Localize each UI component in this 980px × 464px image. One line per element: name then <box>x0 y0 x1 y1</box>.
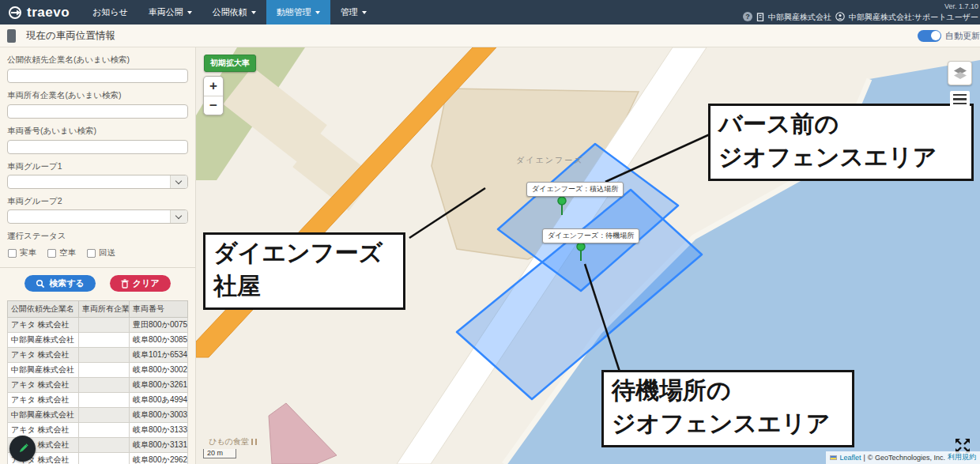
table-row[interactable]: 中部興産株式会社岐阜800か3003 <box>8 408 188 423</box>
table-cell[interactable]: 岐阜800か3133 <box>130 423 188 438</box>
status-option-loaded[interactable]: 実車 <box>7 247 36 258</box>
table-row[interactable]: 中部興産株式会社岐阜800か3002 <box>8 363 188 378</box>
request-company-input[interactable] <box>7 69 188 83</box>
table-cell[interactable]: 岐阜101か6534 <box>130 348 188 363</box>
table-cell[interactable]: アキタ 株式会社 <box>8 393 79 408</box>
status-options: 実車 空車 回送 <box>7 247 188 258</box>
auto-refresh-label: 自動更新 <box>945 30 980 42</box>
header-vehicle-number: 車両番号 <box>130 301 188 318</box>
brand-logo[interactable]: traevo <box>0 0 82 25</box>
empty-checkbox[interactable] <box>47 248 56 257</box>
field-label-owner-company: 車両所有企業名(あいまい検索) <box>7 90 188 101</box>
table-cell[interactable]: 豊田800か0075 <box>130 318 188 333</box>
user-icon <box>835 12 845 21</box>
table-cell[interactable]: 中部興産株式会社 <box>8 333 79 348</box>
table-row[interactable]: アキタ 株式会社岐阜800か3261 <box>8 378 188 393</box>
header-owner-company: 車両所有企業名 <box>79 301 130 318</box>
table-row[interactable]: アキタ 株式会社岐阜800か3133 <box>8 423 188 438</box>
map-menu-button[interactable] <box>950 91 970 108</box>
table-cell[interactable] <box>79 408 130 423</box>
deadhead-checkbox[interactable] <box>87 248 96 257</box>
table-cell[interactable] <box>79 393 130 408</box>
table-cell[interactable] <box>79 453 130 464</box>
edit-fab-button[interactable] <box>9 436 36 462</box>
chevron-down-icon <box>362 11 367 14</box>
table-cell[interactable]: アキタ 株式会社 <box>8 348 79 363</box>
leaflet-link[interactable]: Leaflet <box>839 454 861 462</box>
table-cell[interactable]: 中部興産株式会社 <box>8 363 79 378</box>
table-row[interactable]: アキタ 株式会社岐阜800あ4994 <box>8 393 188 408</box>
table-cell[interactable] <box>79 333 130 348</box>
terms-link[interactable]: 利用規約 <box>948 452 976 462</box>
flag-icon <box>830 455 837 460</box>
nav-item-vehicle-publish[interactable]: 車両公開 <box>138 0 202 25</box>
nav-item-publish-request[interactable]: 公開依頼 <box>202 0 266 25</box>
annotation-building: ダイエンフーズ 社屋 <box>203 232 405 310</box>
copyright-text: © GeoTechnologies, Inc. <box>868 454 945 462</box>
header-request-company: 公開依頼先企業名 <box>8 301 79 318</box>
search-sidebar: 公開依頼先企業名(あいまい検索) 車両所有企業名(あいまい検索) 車両番号(あい… <box>0 47 196 464</box>
table-cell[interactable]: アキタ 株式会社 <box>8 378 79 393</box>
traevo-logo-icon <box>8 6 22 20</box>
chevron-down-icon <box>251 11 256 14</box>
table-cell[interactable]: 岐阜800か3003 <box>130 408 188 423</box>
toggle-knob <box>931 31 940 40</box>
table-cell[interactable] <box>79 348 130 363</box>
table-cell[interactable]: 岐阜800あ4994 <box>130 393 188 408</box>
table-cell[interactable] <box>79 438 130 453</box>
table-row[interactable]: 中部興産株式会社岐阜800か3085 <box>8 333 188 348</box>
nav-item-fleet-tracking[interactable]: 動態管理 <box>266 0 330 25</box>
vehicle-number-input[interactable] <box>7 140 188 154</box>
table-row[interactable]: アキタ 株式会社岐阜800か2962 <box>8 453 188 464</box>
owner-company-input[interactable] <box>7 104 188 119</box>
status-option-empty[interactable]: 空車 <box>47 247 76 258</box>
reset-zoom-button[interactable]: 初期拡大率 <box>204 55 256 72</box>
nav-item-notices[interactable]: お知らせ <box>82 0 138 25</box>
page-header: 現在の車両位置情報 自動更新 <box>0 25 980 47</box>
table-cell[interactable]: 岐阜800か2962 <box>130 453 188 464</box>
top-navbar: traevo お知らせ 車両公開 公開依頼 動態管理 管理 Ver. 1.7.1… <box>0 0 980 25</box>
table-cell[interactable] <box>79 423 130 438</box>
tooltip-loading-spot[interactable]: ダイエンフーズ：積込場所 <box>526 182 624 197</box>
tooltip-waiting-spot[interactable]: ダイエンフーズ：待機場所 <box>542 228 639 243</box>
zoom-in-button[interactable]: + <box>204 77 223 96</box>
annotation-waiting: 待機場所の ジオフェンスエリア <box>601 370 854 447</box>
title-marker <box>7 29 16 43</box>
map-canvas[interactable]: ダイエンフーズ ひもの食堂 ダイエンフーズ：積込場所 ダイエンフーズ：待機場所 … <box>196 47 980 464</box>
table-cell[interactable]: 岐阜800か3002 <box>130 363 188 378</box>
brand-text: traevo <box>27 5 70 21</box>
status-option-deadhead[interactable]: 回送 <box>86 247 115 258</box>
clear-button[interactable]: クリア <box>110 275 171 292</box>
table-cell[interactable] <box>79 318 130 333</box>
table-cell[interactable]: 岐阜800か3261 <box>130 378 188 393</box>
table-header-row: 公開依頼先企業名 車両所有企業名 車両番号 <box>8 301 188 318</box>
divider <box>0 267 195 268</box>
table-cell[interactable]: 中部興産株式会社 <box>8 408 79 423</box>
zoom-control: + − <box>203 76 224 115</box>
vehicle-group1-select[interactable] <box>7 175 188 189</box>
field-label-vehicle-group1: 車両グループ1 <box>7 161 188 172</box>
loaded-checkbox[interactable] <box>8 248 17 257</box>
table-cell[interactable] <box>79 363 130 378</box>
table-row[interactable]: アキタ 株式会社豊田800か0075 <box>8 318 188 333</box>
field-label-vehicle-number: 車両番号(あいまい検索) <box>7 126 188 137</box>
search-button[interactable]: 検索する <box>24 275 96 292</box>
vehicle-group2-select[interactable] <box>7 209 188 224</box>
layers-button[interactable] <box>948 61 972 85</box>
nav-item-admin[interactable]: 管理 <box>330 0 377 25</box>
page-title: 現在の車両位置情報 <box>26 29 115 43</box>
search-icon <box>36 279 45 289</box>
table-cell[interactable] <box>79 378 130 393</box>
table-cell[interactable]: 岐阜800か3131 <box>130 438 188 453</box>
map-area-label: ダイエンフーズ <box>516 155 583 166</box>
auto-refresh-toggle[interactable] <box>918 30 941 42</box>
map-attribution: Leaflet | © GeoTechnologies, Inc. 利用規約 <box>826 451 980 464</box>
nav-right-area: Ver. 1.7.10 ? 中部興産株式会社 中部興産株式会社:サポートユーザー <box>743 0 980 25</box>
table-row[interactable]: アキタ 株式会社岐阜101か6534 <box>8 348 188 363</box>
table-cell[interactable]: アキタ 株式会社 <box>8 318 79 333</box>
building-icon <box>756 13 764 21</box>
help-icon[interactable]: ? <box>743 12 752 21</box>
auto-refresh-control: 自動更新 <box>918 30 980 42</box>
table-cell[interactable]: 岐阜800か3085 <box>130 333 188 348</box>
zoom-out-button[interactable]: − <box>204 96 223 115</box>
